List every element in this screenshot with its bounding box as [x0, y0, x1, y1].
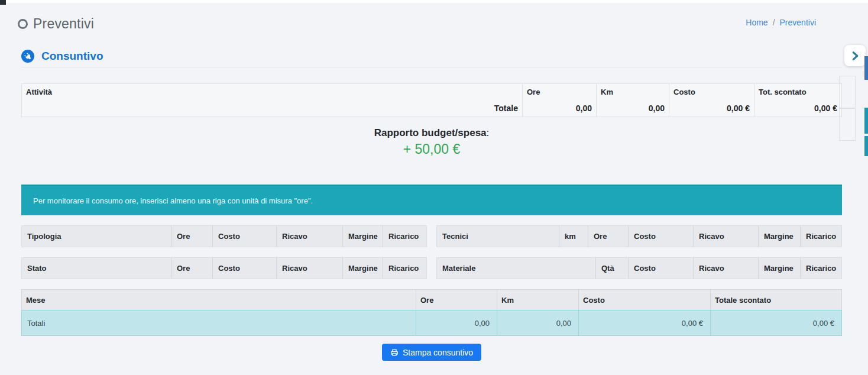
edge-panel-sliver-teal[interactable] — [864, 108, 868, 134]
column-header-margine: Margine — [343, 257, 383, 279]
column-header-ricavo: Ricavo — [694, 225, 759, 247]
column-header-mese: Mese — [21, 289, 416, 311]
actions-bar: Stampa consuntivo — [21, 344, 842, 361]
column-header-ore: Ore — [416, 289, 497, 311]
side-panel-toggle-button[interactable] — [844, 45, 866, 66]
attivita-total-label: Totale — [21, 99, 523, 117]
mese-total-costo: 0,00 € — [579, 310, 711, 336]
section-divider — [21, 67, 842, 67]
mese-total-km: 0,00 — [497, 310, 579, 336]
column-header-tipologia: Tipologia — [21, 225, 171, 247]
column-header-attivita: Attività — [21, 83, 523, 100]
breadcrumb: Home / Preventivi — [746, 18, 816, 27]
column-header-ricarico: Ricarico — [383, 257, 427, 279]
attivita-total-row: Totale 0,00 0,00 0,00 € 0,00 € — [21, 99, 842, 117]
column-header-ricavo: Ricavo — [277, 257, 343, 279]
column-header-ore: Ore — [171, 257, 213, 279]
printer-icon — [390, 348, 399, 357]
column-header-tot-scontato: Tot. scontato — [754, 83, 842, 100]
column-header-margine: Margine — [759, 257, 801, 279]
tipologia-header-bar: Tipologia Ore Costo Ricavo Margine Ricar… — [21, 225, 427, 247]
materiale-header-bar: Materiale Qtà Costo Ricavo Margine Ricar… — [436, 257, 842, 279]
attivita-total-costo: 0,00 € — [669, 99, 754, 117]
corner-artifact — [0, 0, 6, 5]
column-header-costo: Costo — [629, 225, 694, 247]
page-title: Preventivi — [33, 16, 94, 32]
column-header-margine: Margine — [343, 225, 383, 247]
column-header-km: km — [559, 225, 588, 247]
top-edge-strip — [0, 0, 868, 3]
mese-table-header: Mese Ore Km Costo Totale scontato — [21, 289, 842, 311]
column-header-materiale: Materiale — [436, 257, 596, 279]
column-header-totale-scontato: Totale scontato — [711, 289, 842, 311]
budget-ratio-label: Rapporto budget/spesa: — [21, 127, 842, 139]
chevron-right-icon — [850, 51, 860, 61]
edge-panel-sliver-teal[interactable] — [864, 136, 868, 156]
mese-total-label: Totali — [21, 310, 416, 336]
mese-total-totale-scontato: 0,00 € — [711, 310, 842, 336]
column-header-km: Km — [597, 83, 669, 100]
column-header-ore: Ore — [523, 83, 597, 100]
mese-total-row: Totali 0,00 0,00 0,00 € 0,00 € — [21, 310, 842, 336]
hidden-panel-outline — [839, 108, 856, 141]
budget-ratio-value: + 50,00 € — [21, 141, 842, 157]
stato-header-bar: Stato Ore Costo Ricavo Margine Ricarico — [21, 257, 427, 279]
budget-ratio-colon: : — [487, 127, 490, 138]
circle-icon — [18, 19, 28, 29]
page: Preventivi Home / Preventivi Consuntivo … — [0, 0, 868, 375]
column-header-costo: Costo — [629, 257, 694, 279]
column-header-tecnici: Tecnici — [436, 225, 559, 247]
breadcrumb-separator: / — [773, 18, 775, 27]
print-button-label: Stampa consuntivo — [403, 348, 473, 357]
page-header: Preventivi — [18, 16, 94, 32]
column-header-ricarico: Ricarico — [383, 225, 427, 247]
column-header-ricarico: Ricarico — [801, 225, 842, 247]
section-title: Consuntivo — [41, 50, 103, 63]
column-header-ricarico: Ricarico — [801, 257, 842, 279]
mese-total-ore: 0,00 — [416, 310, 497, 336]
column-header-qta: Qtà — [596, 257, 629, 279]
column-header-costo: Costo — [213, 257, 277, 279]
column-header-ricavo: Ricavo — [277, 225, 343, 247]
tecnici-header-bar: Tecnici km Ore Costo Ricavo Margine Rica… — [436, 225, 842, 247]
section-header: Consuntivo — [21, 50, 103, 63]
attivita-total-ore: 0,00 — [523, 99, 597, 117]
column-header-km: Km — [497, 289, 579, 311]
column-header-margine: Margine — [759, 225, 801, 247]
column-header-ricavo: Ricavo — [694, 257, 759, 279]
plug-icon — [21, 50, 34, 63]
attivita-total-km: 0,00 — [597, 99, 669, 117]
column-header-costo: Costo — [579, 289, 711, 311]
column-header-stato: Stato — [21, 257, 171, 279]
column-header-costo: Costo — [669, 83, 754, 100]
hidden-panel-outline — [839, 76, 856, 108]
attivita-total-tot-scontato: 0,00 € — [754, 99, 842, 117]
budget-ratio-label-text: Rapporto budget/spesa — [374, 127, 487, 138]
column-header-ore: Ore — [171, 225, 213, 247]
breadcrumb-current-link[interactable]: Preventivi — [780, 18, 816, 27]
info-banner: Per monitorare il consumo ore, inserisci… — [21, 185, 842, 215]
column-header-ore: Ore — [588, 225, 629, 247]
print-consuntivo-button[interactable]: Stampa consuntivo — [382, 344, 481, 361]
breadcrumb-home-link[interactable]: Home — [746, 18, 767, 27]
info-banner-text: Per monitorare il consumo ore, inserisci… — [33, 196, 313, 205]
attivita-table-header: Attività Ore Km Costo Tot. scontato — [21, 83, 842, 100]
column-header-costo: Costo — [213, 225, 277, 247]
edge-panel-sliver-blue[interactable] — [864, 56, 868, 80]
